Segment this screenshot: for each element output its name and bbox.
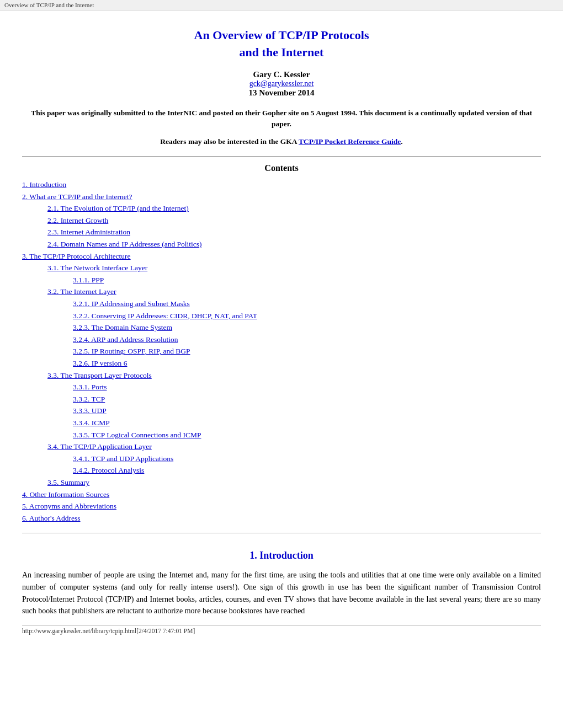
toc-link[interactable]: 3.4.2. Protocol Analysis	[73, 464, 541, 477]
intro-paragraph: An increasing number of people are using…	[22, 569, 541, 617]
toc-list: 1. Introduction2. What are TCP/IP and th…	[22, 179, 541, 524]
toc-link[interactable]: 3.1. The Network Interface Layer	[47, 262, 541, 274]
page-title: An Overview of TCP/IP Protocols and the …	[22, 27, 541, 61]
toc-link[interactable]: 3.3.2. TCP	[73, 393, 541, 405]
toc-link[interactable]: 3.5. Summary	[47, 477, 541, 489]
browser-page-title: Overview of TCP/IP and the Internet	[4, 2, 94, 8]
author-email[interactable]: gck@garykessler.net	[249, 79, 314, 88]
footer-bar: http://www.garykessler.net/library/tcpip…	[22, 625, 541, 634]
toc-link[interactable]: 3.2.6. IP version 6	[73, 357, 541, 370]
toc-link[interactable]: 2.1. The Evolution of TCP/IP (and the In…	[47, 202, 541, 215]
toc-link[interactable]: 3.4.1. TCP and UDP Applications	[73, 453, 541, 465]
toc-link[interactable]: 1. Introduction	[22, 179, 541, 191]
toc-link[interactable]: 2.4. Domain Names and IP Addresses (and …	[47, 238, 541, 250]
toc-link[interactable]: 3.2.2. Conserving IP Addresses: CIDR, DH…	[73, 310, 541, 322]
toc-link[interactable]: 2.2. Internet Growth	[47, 215, 541, 227]
divider-top	[22, 156, 541, 157]
author-area: Gary C. Kessler gck@garykessler.net 13 N…	[22, 70, 541, 98]
toc-link[interactable]: 3.4. The TCP/IP Application Layer	[47, 441, 541, 453]
toc-link[interactable]: 2. What are TCP/IP and the Internet?	[22, 191, 541, 203]
toc-link[interactable]: 3.3. The Transport Layer Protocols	[47, 370, 541, 382]
toc-link[interactable]: 3.3.4. ICMP	[73, 417, 541, 429]
toc-link[interactable]: 3.3.1. Ports	[73, 381, 541, 393]
toc-link[interactable]: 2.3. Internet Administration	[47, 226, 541, 238]
author-date: 13 November 2014	[22, 88, 541, 98]
toc-link[interactable]: 3.2.3. The Domain Name System	[73, 322, 541, 334]
toc-link[interactable]: 3.2.1. IP Addressing and Subnet Masks	[73, 298, 541, 310]
toc-link[interactable]: 3.1.1. PPP	[73, 274, 541, 286]
toc-link[interactable]: 3.3.3. UDP	[73, 405, 541, 417]
toc-link[interactable]: 5. Acronyms and Abbreviations	[22, 500, 541, 512]
toc-link[interactable]: 3.2.5. IP Routing: OSPF, RIP, and BGP	[73, 345, 541, 357]
toc-link[interactable]: 3. The TCP/IP Protocol Architecture	[22, 250, 541, 263]
toc-link[interactable]: 3.3.5. TCP Logical Connections and ICMP	[73, 429, 541, 441]
page-content: An Overview of TCP/IP Protocols and the …	[0, 10, 563, 640]
toc-link[interactable]: 3.2. The Internet Layer	[47, 286, 541, 298]
footer-url: http://www.garykessler.net/library/tcpip…	[22, 628, 195, 634]
intro-section-heading: 1. Introduction	[22, 550, 541, 561]
toc-link[interactable]: 4. Other Information Sources	[22, 489, 541, 501]
contents-section: Contents 1. Introduction2. What are TCP/…	[22, 163, 541, 524]
toc-link[interactable]: 3.2.4. ARP and Address Resolution	[73, 334, 541, 346]
pocket-guide-link[interactable]: TCP/IP Pocket Reference Guide	[299, 137, 401, 146]
page-title-area: An Overview of TCP/IP Protocols and the …	[22, 27, 541, 61]
author-name: Gary C. Kessler	[22, 70, 541, 79]
toc-link[interactable]: 6. Author's Address	[22, 512, 541, 524]
divider-bottom	[22, 533, 541, 533]
contents-title: Contents	[22, 163, 541, 173]
abstract-text: This paper was originally submitted to t…	[22, 108, 541, 130]
browser-title-bar: Overview of TCP/IP and the Internet	[0, 0, 563, 10]
readers-note: Readers may also be interested in the GK…	[22, 137, 541, 146]
